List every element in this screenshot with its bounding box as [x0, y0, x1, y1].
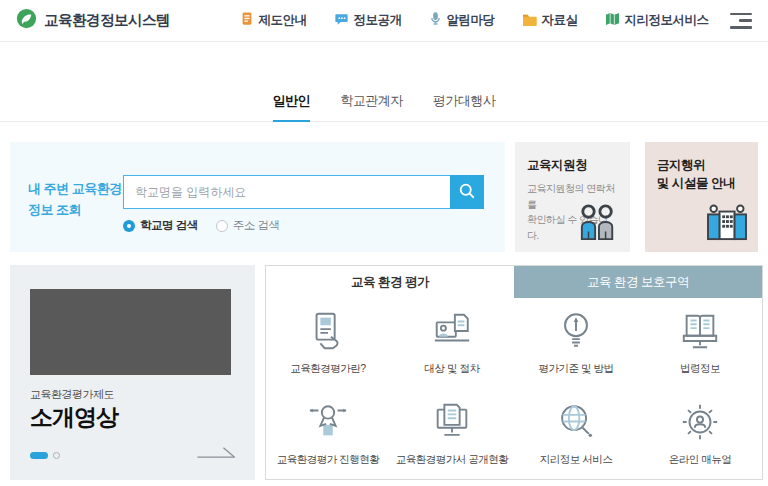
grid-item-evaluation-progress[interactable]: 교육환경평가 진행현황: [266, 389, 390, 480]
nav-item-label: 자료실: [542, 12, 578, 29]
report-disclosure-icon: [431, 401, 473, 447]
criteria-method-icon: [555, 310, 597, 356]
gis-globe-icon: [555, 401, 597, 447]
nav-item-policy-guide[interactable]: 제도안내: [240, 11, 307, 30]
quick-link-grid: 교육환경평가란? 대상 및 절차: [266, 298, 762, 479]
grid-item-gis-service[interactable]: 지리정보 서비스: [514, 389, 638, 480]
bottom-section: 교육환경평가제도 소개영상 교육 환경 평가 교육 환경 보호구역: [10, 265, 763, 480]
radio-selected-icon: [123, 220, 135, 232]
support-office-card[interactable]: 교육지원청 교육지원청의 연락처를 확인하실 수 있습니다.: [515, 142, 630, 252]
buildings-icon: [705, 203, 749, 245]
contact-people-icon: [575, 203, 621, 245]
nav-item-info-disclosure[interactable]: 정보공개: [334, 12, 402, 30]
radio-school-name-search[interactable]: 학교명 검색: [123, 218, 198, 233]
search-mode-radios: 학교명 검색 주소 검색: [123, 218, 279, 233]
menu-icon[interactable]: [730, 13, 752, 29]
grid-item-report-disclosure[interactable]: 교육환경평가서 공개현황: [390, 389, 514, 480]
logo[interactable]: 교육환경정보시스템: [16, 8, 170, 33]
logo-icon: [16, 8, 37, 33]
audience-tabs: 일반인 학교관계자 평가대행사: [0, 92, 768, 122]
law-info-icon: [679, 310, 721, 356]
evaluation-what-icon: [307, 310, 349, 356]
header: 교육환경정보시스템 제도안내 정보공개 알림마당: [0, 0, 768, 42]
grid-item-target-procedure[interactable]: 대상 및 절차: [390, 298, 514, 389]
chat-bubble-icon: [334, 12, 349, 30]
panel-tab-protection-zone[interactable]: 교육 환경 보호구역: [514, 266, 762, 298]
tab-school-officials[interactable]: 학교관계자: [340, 92, 403, 121]
intro-video-card: 교육환경평가제도 소개영상: [10, 265, 255, 480]
nav-item-label: 알림마당: [447, 12, 495, 29]
nav-item-label: 지리정보서비스: [625, 12, 709, 29]
search-button[interactable]: [450, 175, 484, 209]
school-search-input[interactable]: [123, 175, 450, 209]
search-panel-title: 내 주변 교육환경 정보 조회: [28, 179, 122, 221]
prohibited-acts-card[interactable]: 금지행위 및 시설물 안내: [645, 142, 758, 252]
card-title: 교육지원청: [527, 156, 618, 174]
nav-item-gis-service[interactable]: 지리정보서비스: [605, 12, 709, 30]
mid-section: 내 주변 교육환경 정보 조회 학교명 검색 주소 검색: [10, 142, 758, 252]
search-icon: [458, 182, 476, 203]
arrow-right-icon[interactable]: [195, 445, 237, 463]
panel-tab-evaluation[interactable]: 교육 환경 평가: [266, 266, 514, 298]
grid-item-what-is-evaluation[interactable]: 교육환경평가란?: [266, 298, 390, 389]
video-card-title: 소개영상: [30, 402, 118, 433]
nav-item-library[interactable]: 자료실: [522, 12, 578, 30]
video-card-subtitle: 교육환경평가제도: [30, 387, 114, 402]
video-thumbnail[interactable]: [30, 289, 231, 375]
main-nav: 제도안내 정보공개 알림마당 자료실: [192, 11, 709, 30]
logo-text: 교육환경정보시스템: [44, 11, 170, 30]
grid-item-online-manual[interactable]: 온라인 매뉴얼: [638, 389, 762, 480]
pager-dot[interactable]: [53, 452, 60, 459]
radio-unselected-icon: [216, 220, 228, 232]
panel-tabs: 교육 환경 평가 교육 환경 보호구역: [266, 266, 762, 298]
tab-general-public[interactable]: 일반인: [273, 92, 311, 122]
grid-item-law-info[interactable]: 법령정보: [638, 298, 762, 389]
search-panel: 내 주변 교육환경 정보 조회 학교명 검색 주소 검색: [10, 142, 505, 252]
pager-dot-active[interactable]: [30, 452, 48, 459]
online-manual-icon: [679, 401, 721, 447]
policy-document-icon: [240, 11, 254, 30]
microphone-icon: [429, 11, 442, 30]
map-icon: [605, 12, 620, 30]
grid-item-criteria-method[interactable]: 평가기준 및 방법: [514, 298, 638, 389]
target-procedure-icon: [431, 310, 473, 356]
card-title: 금지행위 및 시설물 안내: [657, 156, 746, 192]
evaluation-progress-icon: [307, 401, 349, 447]
carousel-pager: [30, 452, 60, 459]
tab-evaluation-agency[interactable]: 평가대행사: [433, 92, 496, 121]
nav-item-label: 제도안내: [259, 12, 307, 29]
folder-icon: [522, 12, 537, 30]
info-panel: 교육 환경 평가 교육 환경 보호구역 교육환경평가란?: [265, 265, 763, 480]
nav-item-label: 정보공개: [354, 12, 402, 29]
page: 교육환경정보시스템 제도안내 정보공개 알림마당: [0, 0, 768, 486]
nav-item-notice-board[interactable]: 알림마당: [429, 11, 495, 30]
radio-address-search[interactable]: 주소 검색: [216, 218, 280, 233]
